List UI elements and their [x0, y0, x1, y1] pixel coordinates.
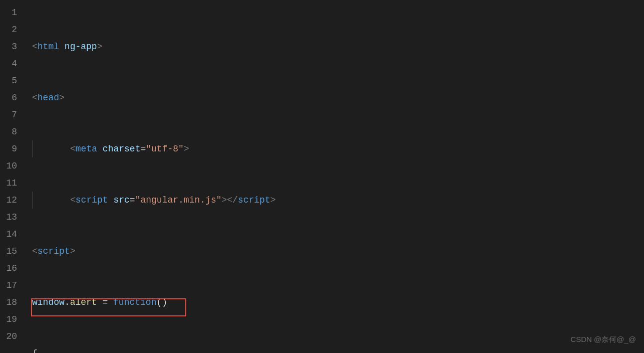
line-number: 15 — [0, 243, 17, 260]
code-line: { — [26, 345, 644, 353]
line-number: 19 — [0, 311, 17, 328]
line-number: 10 — [0, 157, 17, 174]
line-number: 4 — [0, 55, 17, 72]
code-line: <script src="angular.min.js"></script> — [26, 192, 644, 209]
line-number: 20 — [0, 328, 17, 345]
line-number: 18 — [0, 294, 17, 311]
line-number: 8 — [0, 123, 17, 140]
line-number: 5 — [0, 72, 17, 89]
code-line: window.alert = function() — [26, 294, 644, 311]
line-number: 16 — [0, 260, 17, 277]
line-number-gutter: 1 2 3 4 5 6 7 8 9 10 11 12 13 14 15 16 1… — [0, 0, 26, 353]
line-number: 6 — [0, 89, 17, 106]
line-number: 3 — [0, 38, 17, 55]
line-number: 13 — [0, 209, 17, 226]
line-number: 1 — [0, 4, 17, 21]
line-number: 9 — [0, 140, 17, 157]
line-number: 14 — [0, 226, 17, 243]
code-line: <script> — [26, 243, 644, 260]
code-editor: 1 2 3 4 5 6 7 8 9 10 11 12 13 14 15 16 1… — [0, 0, 644, 353]
line-number: 11 — [0, 174, 17, 192]
code-line: <meta charset="utf-8"> — [26, 140, 644, 157]
line-number: 2 — [0, 21, 17, 38]
watermark: CSDN @奈何@_@ — [570, 331, 636, 348]
code-line: <head> — [26, 89, 644, 106]
code-area[interactable]: <html ng-app> <head> <meta charset="utf-… — [26, 0, 644, 353]
code-line: <html ng-app> — [26, 38, 644, 55]
line-number: 12 — [0, 192, 17, 209]
line-number: 17 — [0, 277, 17, 294]
line-number: 7 — [0, 106, 17, 123]
